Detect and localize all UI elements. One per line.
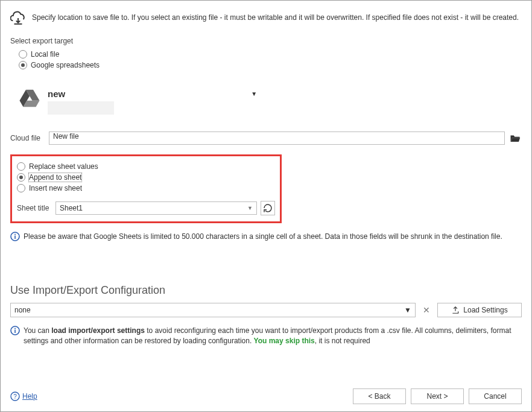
google-drive-icon: [19, 89, 40, 108]
drive-name: new: [48, 89, 65, 99]
radio-icon: [17, 184, 25, 192]
info-icon: [10, 232, 20, 241]
svg-rect-4: [14, 329, 16, 333]
radio-label: Append to sheet: [29, 173, 81, 182]
radio-insert-sheet[interactable]: Insert new sheet: [17, 183, 275, 194]
radio-append-sheet[interactable]: Append to sheet: [17, 172, 275, 183]
svg-rect-1: [14, 236, 16, 239]
browse-button[interactable]: [508, 132, 522, 145]
radio-icon: [19, 61, 27, 69]
warning-text: Please be aware that Google Sheets is li…: [24, 232, 502, 242]
radio-icon: [17, 162, 25, 171]
sheet-title-label: Sheet title: [17, 204, 52, 212]
chevron-down-icon: ▼: [404, 306, 411, 314]
sheet-mode-panel: Replace sheet values Append to sheet Ins…: [10, 154, 282, 223]
cloud-file-input[interactable]: New file: [49, 132, 505, 145]
svg-text:?: ?: [13, 393, 17, 400]
info-icon: [10, 326, 20, 335]
cloud-file-value: New file: [53, 132, 79, 141]
load-settings-label: Load Settings: [463, 306, 507, 314]
radio-label: Replace sheet values: [29, 162, 98, 171]
sheet-title-combo[interactable]: Sheet1 ▼: [55, 201, 257, 215]
close-icon: ✕: [423, 305, 430, 315]
radio-label: Local file: [31, 50, 59, 59]
refresh-icon: [263, 203, 273, 213]
export-target-label: Select export target: [10, 37, 522, 45]
help-label: Help: [22, 392, 37, 401]
drive-account-selector[interactable]: new ▼: [48, 89, 257, 99]
chevron-down-icon: ▼: [247, 205, 253, 211]
radio-icon: [17, 173, 25, 182]
config-tip: You can load import/export settings to a…: [24, 326, 522, 346]
cloud-download-icon: [10, 10, 26, 26]
radio-replace-sheet[interactable]: Replace sheet values: [17, 161, 275, 172]
chevron-down-icon: ▼: [251, 90, 257, 97]
clear-config-button[interactable]: ✕: [419, 303, 434, 317]
header-description: Specify location to save file to. If you…: [32, 10, 519, 23]
radio-label: Google spreadsheets: [31, 61, 100, 69]
refresh-button[interactable]: [261, 201, 275, 215]
load-settings-button[interactable]: Load Settings: [437, 303, 522, 317]
radio-icon: [19, 50, 27, 59]
config-heading: Use Import/Export Configuration: [10, 284, 522, 297]
sheet-title-value: Sheet1: [60, 204, 83, 212]
back-button[interactable]: < Back: [353, 388, 406, 404]
svg-point-2: [14, 234, 16, 235]
radio-google-spreadsheets[interactable]: Google spreadsheets: [10, 60, 522, 71]
config-combo[interactable]: none ▼: [10, 303, 416, 317]
help-link[interactable]: ? Help: [10, 391, 37, 401]
svg-point-5: [14, 328, 16, 329]
drive-subtext-placeholder: [48, 101, 114, 115]
radio-local-file[interactable]: Local file: [10, 49, 522, 60]
next-button[interactable]: Next >: [411, 388, 464, 404]
help-icon: ?: [10, 391, 20, 401]
upload-icon: [451, 306, 460, 314]
cancel-button[interactable]: Cancel: [469, 388, 522, 404]
cloud-file-label: Cloud file: [10, 134, 45, 142]
config-selected-value: none: [14, 306, 31, 314]
radio-label: Insert new sheet: [29, 184, 82, 192]
folder-open-icon: [510, 133, 521, 143]
